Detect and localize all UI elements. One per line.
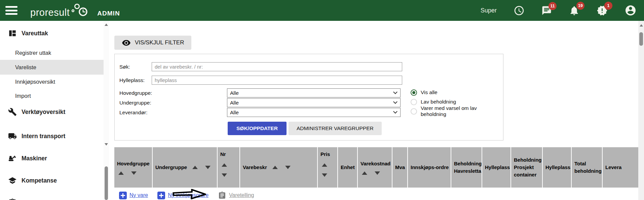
column-label: Beholdning Prosjekt container bbox=[514, 156, 540, 178]
sort-ascending-icon[interactable] bbox=[272, 166, 278, 169]
sidebar-item-label: Registrer uttak bbox=[15, 50, 51, 56]
scroll-up-icon[interactable] bbox=[640, 24, 643, 27]
sidebar-item-kompetanse[interactable]: Kompetanse bbox=[0, 173, 104, 188]
sort-descending-icon[interactable] bbox=[205, 166, 211, 169]
column-header-pris: Pris bbox=[318, 147, 338, 188]
column-label: Undergruppe bbox=[155, 164, 187, 171]
radio-vis-alle[interactable] bbox=[411, 89, 417, 96]
column-label: Varebeskr bbox=[243, 164, 267, 171]
scroll-up-icon[interactable] bbox=[105, 24, 108, 26]
radio-varsel-lav-beholdning[interactable] bbox=[411, 108, 417, 115]
sidebar-item-verktoyoversikt[interactable]: Verktøyoversikt bbox=[0, 105, 104, 119]
account-button[interactable] bbox=[624, 4, 637, 16]
plus-icon[interactable] bbox=[119, 192, 127, 199]
plus-icon[interactable] bbox=[157, 192, 165, 199]
sort-descending-icon[interactable] bbox=[375, 171, 380, 175]
sidebar-item-maskiner[interactable]: Maskiner bbox=[0, 151, 104, 165]
search-row: Søk: bbox=[119, 62, 503, 71]
search-input[interactable] bbox=[152, 62, 402, 71]
undergruppe-select[interactable]: Alle bbox=[227, 98, 401, 107]
column-label: Nr bbox=[220, 151, 238, 158]
column-label: Mva bbox=[395, 164, 406, 171]
column-label: Beholdning Havresletta bbox=[454, 160, 480, 175]
radio-label: Varer med varsel om lav beholdning bbox=[421, 105, 503, 117]
column-header-hylleplass-2: Hylleplass bbox=[543, 147, 572, 188]
filter-panel: Søk: Hylleplass: Hovedgruppe: Alle Under… bbox=[114, 54, 503, 141]
ny-innkjopsordre-link[interactable]: Ny innkjøpsordre bbox=[168, 192, 209, 198]
sidebar-item-label: Verktøyoversikt bbox=[22, 109, 65, 116]
toggle-filter-button[interactable]: VIS/SKJUL FILTER bbox=[114, 36, 191, 50]
hovedgruppe-select-value: Alle bbox=[230, 90, 239, 96]
brand-name: proresult bbox=[30, 8, 70, 17]
sort-descending-icon[interactable] bbox=[131, 171, 137, 175]
hamburger-menu-icon[interactable] bbox=[5, 6, 17, 15]
sidebar-item-registrer-uttak[interactable]: Registrer uttak bbox=[0, 46, 104, 60]
hylleplass-input[interactable] bbox=[152, 76, 402, 85]
sort-ascending-icon[interactable] bbox=[322, 163, 327, 167]
sidebar-item-label: Vareuttak bbox=[22, 30, 48, 37]
page-scrollbar[interactable] bbox=[638, 21, 644, 200]
chevron-down-icon bbox=[393, 90, 397, 94]
radio-lav-beholdning[interactable] bbox=[411, 99, 417, 105]
leverandor-select[interactable]: Alle bbox=[227, 108, 401, 117]
sidebar-item-vareliste[interactable]: Vareliste bbox=[0, 60, 104, 75]
hylleplass-row: Hylleplass: bbox=[119, 76, 503, 85]
sort-ascending-icon[interactable] bbox=[118, 171, 124, 175]
sidebar-item-innkjopsoversikt[interactable]: Innkjøpsoversikt bbox=[0, 75, 104, 89]
alerts-button[interactable]: 1 bbox=[597, 5, 608, 16]
column-header-innskjopsordre: Innskjøps-ordre bbox=[408, 147, 451, 188]
brand-logo: proresult ADMIN bbox=[30, 3, 120, 17]
sort-ascending-icon[interactable] bbox=[222, 163, 227, 167]
hylleplass-label: Hylleplass: bbox=[119, 77, 152, 83]
sort-ascending-icon[interactable] bbox=[362, 171, 367, 175]
column-label: Innskjøps-ordre bbox=[411, 164, 449, 171]
column-header-beholdning-prosjekt-container: Beholdning Prosjekt container bbox=[511, 147, 543, 188]
column-header-leverandor-truncated: Levera bbox=[603, 147, 638, 188]
sidebar-item-label: Kompetanse bbox=[22, 177, 57, 184]
sidebar-item-import[interactable]: Import bbox=[0, 89, 104, 103]
varetelling-link[interactable]: Varetelling bbox=[229, 192, 254, 198]
hovedgruppe-select[interactable]: Alle bbox=[227, 88, 401, 97]
sidebar-scrollbar[interactable] bbox=[104, 21, 109, 200]
messages-button[interactable]: 11 bbox=[541, 5, 552, 16]
messages-badge: 11 bbox=[548, 2, 557, 10]
scroll-down-icon[interactable] bbox=[105, 143, 108, 146]
column-header-hovedgruppe: Hovedgruppe bbox=[114, 147, 153, 188]
excavator-icon bbox=[8, 154, 17, 163]
sidebar-item-label: Innkjøpsoversikt bbox=[15, 79, 55, 85]
sort-descending-icon[interactable] bbox=[222, 173, 227, 177]
administer-varegrupper-button[interactable]: ADMINISTRER VAREGRUPPER bbox=[289, 122, 382, 135]
radio-row-vis-alle: Vis alle bbox=[411, 88, 503, 97]
search-update-button[interactable]: SØK/OPPDATER bbox=[228, 122, 287, 135]
clipboard-icon bbox=[218, 191, 226, 200]
eye-icon bbox=[122, 38, 131, 47]
history-button[interactable] bbox=[514, 5, 525, 16]
truck-icon bbox=[8, 132, 17, 141]
sidebar-item-kontrolloversikt[interactable]: Kontrolloversikt bbox=[0, 196, 104, 200]
notifications-button[interactable]: 19 bbox=[569, 5, 580, 16]
column-header-total-beholdning: Total beholdning bbox=[572, 147, 603, 188]
sidebar-item-intern-transport[interactable]: Intern transport bbox=[0, 129, 104, 143]
sort-descending-icon[interactable] bbox=[322, 173, 327, 177]
top-navbar: proresult ADMIN Super 11 bbox=[0, 0, 644, 21]
logo-bubbles-clock-icon bbox=[70, 3, 88, 17]
column-label: Hovedgruppe bbox=[117, 160, 150, 167]
sidebar-item-label: Intern transport bbox=[22, 133, 65, 140]
sidebar-item-vareuttak[interactable]: Vareuttak bbox=[0, 26, 104, 40]
sidebar-item-label: Maskiner bbox=[22, 155, 47, 162]
sidebar-item-label: Import bbox=[15, 93, 31, 99]
column-label: Enhet bbox=[341, 164, 355, 171]
clock-icon bbox=[514, 5, 525, 16]
sort-ascending-icon[interactable] bbox=[192, 166, 198, 169]
username: Super bbox=[481, 7, 497, 14]
column-header-hylleplass-1: Hylleplass bbox=[482, 147, 511, 188]
ny-vare-link[interactable]: Ny vare bbox=[129, 192, 148, 198]
scrollbar-thumb[interactable] bbox=[105, 166, 108, 200]
column-header-nr: Nr bbox=[218, 147, 240, 188]
column-label: Pris bbox=[320, 151, 336, 158]
sort-descending-icon[interactable] bbox=[285, 166, 291, 169]
scrollbar-thumb[interactable] bbox=[639, 32, 643, 46]
column-header-undergruppe: Undergruppe bbox=[153, 147, 218, 188]
column-label: Hylleplass bbox=[545, 164, 569, 171]
column-label: Varekostnad bbox=[361, 160, 390, 167]
